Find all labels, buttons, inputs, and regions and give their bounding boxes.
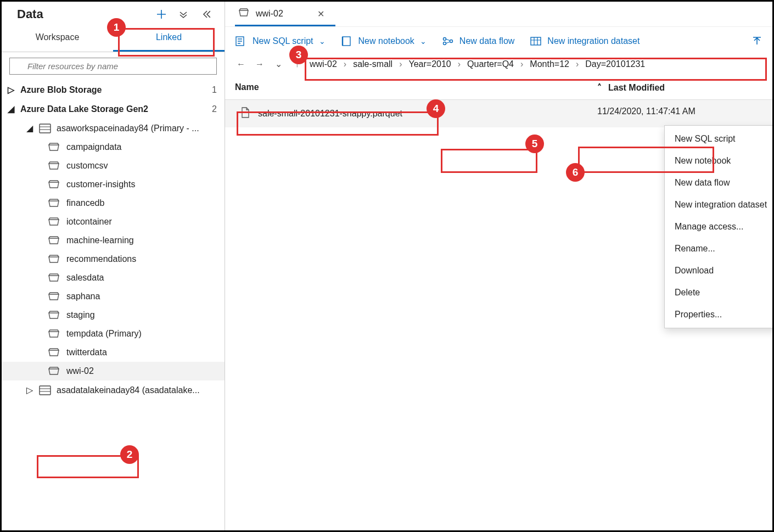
container-tempdata (Primary)[interactable]: tempdata (Primary) [2, 324, 225, 343]
group-label: Azure Data Lake Storage Gen2 [20, 104, 148, 114]
table-row[interactable]: sale-small-20101231-snappy.parquet 11/24… [225, 100, 772, 127]
add-icon[interactable] [155, 8, 167, 20]
container-iotcontainer[interactable]: iotcontainer [2, 212, 225, 231]
group-label: Azure Blob Storage [20, 85, 102, 95]
container-label: salesdata [66, 273, 104, 283]
container-icon [48, 348, 60, 357]
filter-input[interactable] [9, 58, 217, 75]
crumb[interactable]: Month=12 [530, 59, 569, 69]
ctx-new-dataflow[interactable]: New data flow [665, 172, 774, 194]
col-lastmod[interactable]: Last Modified [608, 83, 665, 93]
chevron-right-icon: ▷ [26, 385, 33, 395]
tab-linked[interactable]: Linked [113, 25, 225, 52]
ctx-download[interactable]: Download [665, 260, 774, 282]
toolbar-label: New SQL script [253, 36, 313, 46]
svg-point-7 [450, 40, 452, 43]
file-icon [240, 107, 250, 121]
toolbar-label: New notebook [358, 36, 414, 46]
container-campaigndata[interactable]: campaigndata [2, 138, 225, 156]
crumb[interactable]: Quarter=Q4 [467, 59, 514, 69]
ctx-delete[interactable]: Delete [665, 282, 774, 304]
ctx-rename[interactable]: Rename... [665, 238, 774, 260]
container-salesdata[interactable]: salesdata [2, 268, 225, 287]
chevron-right-icon: › [520, 59, 523, 69]
container-icon [48, 180, 60, 189]
svg-point-5 [443, 38, 446, 41]
collapse-panel-icon[interactable] [199, 8, 211, 20]
container-label: customcsv [66, 161, 108, 171]
container-label: tempdata (Primary) [66, 329, 142, 339]
container-recommendations[interactable]: recommendations [2, 250, 225, 268]
container-financedb[interactable]: financedb [2, 194, 225, 212]
nav-up-icon[interactable]: ↑ [291, 59, 303, 69]
container-label: machine-learning [66, 236, 134, 245]
upload-button[interactable] [751, 36, 762, 47]
container-machine-learning[interactable]: machine-learning [2, 231, 225, 250]
group-blob[interactable]: ▷ Azure Blob Storage 1 [2, 80, 225, 99]
nav-history-icon[interactable]: ⌄ [272, 59, 284, 69]
file-lastmod: 11/24/2020, 11:47:41 AM [575, 107, 762, 121]
container-wwi-02[interactable]: wwi-02 [2, 362, 225, 380]
svg-rect-8 [531, 37, 541, 45]
ctx-new-dataset[interactable]: New integration dataset [665, 194, 774, 216]
new-data-flow-button[interactable]: New data flow [442, 36, 515, 47]
ctx-properties[interactable]: Properties... [665, 304, 774, 326]
container-customcsv[interactable]: customcsv [2, 156, 225, 175]
close-icon[interactable]: ✕ [317, 9, 324, 19]
storage-account-primary[interactable]: ◢ asaworkspaceinaday84 (Primary - ... [2, 119, 225, 138]
container-label: campaigndata [66, 142, 122, 152]
ctx-new-sql[interactable]: New SQL script› [665, 128, 774, 150]
svg-point-6 [443, 42, 446, 45]
toolbar-label: New data flow [459, 36, 515, 46]
tab-workspace[interactable]: Workspace [2, 25, 113, 52]
container-icon [48, 161, 60, 170]
nav-forward-icon[interactable]: → [254, 59, 266, 69]
container-label: iotcontainer [66, 217, 112, 227]
chevron-down-icon: ⌄ [420, 37, 427, 46]
resource-tree: ▷ Azure Blob Storage 1 ◢ Azure Data Lake… [2, 80, 225, 530]
sort-asc-icon[interactable]: ˄ [597, 82, 602, 93]
crumb[interactable]: Year=2010 [408, 59, 451, 69]
ctx-manage-access[interactable]: Manage access... [665, 216, 774, 238]
svg-rect-2 [40, 386, 51, 395]
group-adls[interactable]: ◢ Azure Data Lake Storage Gen2 2 [2, 99, 225, 119]
chevron-right-icon: › [344, 59, 346, 69]
container-staging[interactable]: staging [2, 306, 225, 324]
nav-back-icon[interactable]: ← [235, 59, 247, 69]
storage-account-secondary[interactable]: ▷ asadatalakeinaday84 (asadatalake... [2, 380, 225, 400]
file-name: sale-small-20101231-snappy.parquet [258, 109, 402, 119]
container-icon [238, 8, 249, 19]
container-icon [48, 329, 60, 338]
chevron-down-icon: ◢ [26, 123, 33, 133]
toolbar-label: New integration dataset [547, 36, 640, 46]
container-customer-insights[interactable]: customer-insights [2, 175, 225, 194]
context-menu: New SQL script› New notebook› New data f… [664, 125, 774, 328]
container-icon [48, 367, 60, 376]
crumb[interactable]: Day=20101231 [585, 59, 645, 69]
chevron-right-icon: › [458, 59, 461, 69]
editor-tab[interactable]: wwi-02 ✕ [235, 5, 335, 26]
container-label: financedb [66, 198, 104, 208]
panel-title: Data [17, 7, 43, 21]
crumb[interactable]: sale-small [353, 59, 392, 69]
container-label: twitterdata [66, 348, 107, 357]
container-icon [48, 143, 60, 152]
container-label: staging [66, 310, 95, 320]
container-label: recommendations [66, 254, 136, 264]
container-icon [48, 199, 60, 208]
container-saphana[interactable]: saphana [2, 287, 225, 306]
new-sql-script-button[interactable]: New SQL script ⌄ [235, 36, 326, 47]
new-notebook-button[interactable]: New notebook ⌄ [341, 36, 427, 47]
ctx-new-notebook[interactable]: New notebook› [665, 150, 774, 172]
container-icon [48, 311, 60, 320]
crumb[interactable]: wwi-02 [310, 59, 337, 69]
tab-label: wwi-02 [256, 9, 283, 19]
chevron-right-icon: › [399, 59, 402, 69]
expand-all-icon[interactable] [177, 8, 189, 20]
new-integration-dataset-button[interactable]: New integration dataset [530, 36, 640, 47]
chevron-down-icon: ⌄ [319, 37, 326, 46]
svg-rect-4 [343, 37, 350, 46]
col-name[interactable]: Name [235, 82, 575, 93]
container-icon [48, 273, 60, 282]
container-twitterdata[interactable]: twitterdata [2, 343, 225, 362]
